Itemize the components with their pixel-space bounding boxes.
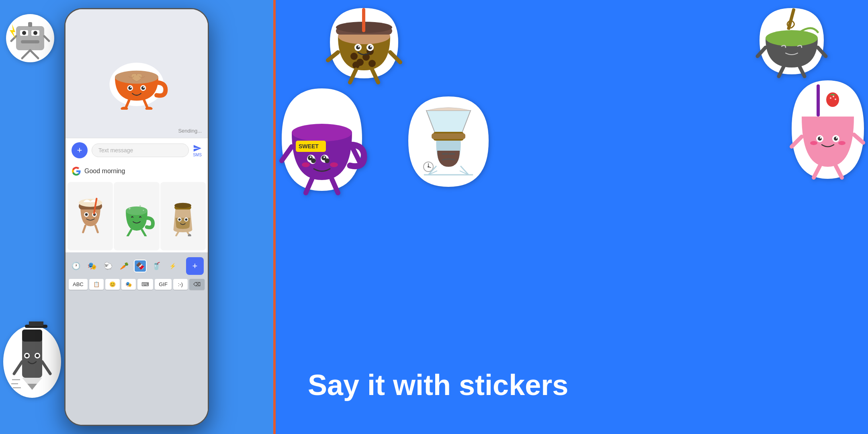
svg-point-98 (311, 158, 316, 163)
svg-point-20 (25, 354, 29, 357)
svg-point-85 (766, 30, 818, 46)
svg-point-132 (836, 137, 837, 139)
good-morning-bar: Good morning (66, 162, 208, 180)
kb-sticker-pack6-icon[interactable]: ⚡ (166, 260, 179, 272)
latte-sticker (100, 37, 173, 110)
left-panel: Sending... + Text message SMS (0, 0, 273, 434)
sticker-strawberry-frappe (788, 72, 868, 185)
svg-text:✦: ✦ (138, 204, 141, 208)
svg-line-62 (176, 231, 179, 235)
svg-point-102 (323, 156, 325, 158)
keyboard-area: 🕐 🎭 🐑 🥕 🍫 🥤 ⚡ + ABC 📋 (66, 252, 208, 425)
kb-sticker-pack1-icon[interactable]: 🎭 (86, 260, 98, 272)
svg-rect-74 (362, 8, 365, 32)
sticker-frappe[interactable] (68, 182, 113, 250)
svg-point-130 (834, 137, 838, 141)
kb-sticker-pack5-icon[interactable]: 🥤 (150, 260, 163, 272)
decorative-sticker-robot (4, 12, 56, 64)
svg-text:SWEET: SWEET (299, 143, 319, 149)
kb-emoji-key[interactable]: 😊 (105, 279, 120, 290)
svg-point-80 (370, 46, 372, 47)
svg-text:✦: ✦ (127, 206, 131, 211)
svg-rect-15 (22, 330, 42, 342)
svg-rect-1 (16, 26, 44, 50)
svg-rect-110 (432, 133, 465, 139)
sticker-preview-area: Sending... (66, 9, 208, 138)
svg-point-100 (325, 158, 330, 163)
svg-point-78 (368, 45, 372, 49)
kb-emoticon-key[interactable]: :-) (173, 279, 188, 290)
svg-line-55 (142, 230, 145, 236)
svg-point-33 (128, 86, 132, 90)
right-panel: SWEET (276, 0, 868, 434)
sticker-matcha-bowl (755, 0, 828, 80)
svg-rect-7 (28, 22, 32, 27)
svg-point-91 (292, 124, 352, 141)
svg-point-133 (810, 141, 817, 145)
message-input[interactable]: Text message (92, 143, 189, 157)
svg-rect-6 (21, 40, 39, 43)
svg-line-47 (83, 225, 85, 232)
sticker-bubble-tea (324, 0, 404, 84)
keyboard-toolbar: 🕐 🎭 🐑 🥕 🍫 🥤 ⚡ + (69, 256, 205, 276)
kb-clock-icon[interactable]: 🕐 (70, 260, 82, 272)
svg-point-45 (85, 213, 88, 216)
kb-sticker-selected-icon[interactable]: 🍫 (134, 260, 147, 272)
kb-sticker-key[interactable]: 🎭 (121, 279, 136, 290)
svg-point-79 (358, 46, 360, 47)
kb-add-sticker-button[interactable]: + (186, 257, 204, 275)
sticker-green-tea[interactable]: ✦ ✦ ✦ (114, 182, 159, 250)
svg-point-60 (178, 218, 181, 221)
phone-screen: Sending... + Text message SMS (66, 9, 208, 425)
svg-rect-126 (817, 84, 820, 117)
svg-point-101 (310, 156, 311, 158)
sticker-sweet-mug: SWEET (276, 80, 368, 197)
kb-delete-key[interactable]: ⌫ (189, 279, 205, 290)
kb-abc-key[interactable]: ABC (69, 279, 88, 290)
keyboard-bottom-row: ABC 📋 😊 🎭 ⌨ GIF :-) ⌫ (69, 279, 205, 290)
svg-point-68 (350, 53, 358, 60)
kb-keyboard-key[interactable]: ⌨ (137, 279, 153, 290)
svg-point-3 (22, 31, 26, 35)
kb-sticker-pack3-icon[interactable]: 🥕 (118, 260, 131, 272)
svg-point-77 (356, 45, 360, 49)
sending-label: Sending... (178, 128, 202, 134)
tagline: Say it with stickers (308, 368, 589, 402)
sms-label: SMS (193, 153, 202, 157)
svg-line-48 (95, 225, 98, 232)
svg-point-125 (835, 98, 836, 100)
kb-clipboard-key[interactable]: 📋 (89, 279, 104, 290)
sticker-results: ✦ ✦ ✦ (66, 180, 208, 252)
good-morning-text: Good morning (84, 168, 125, 175)
svg-text:✦: ✦ (142, 209, 144, 212)
sticker-togo-cup[interactable] (160, 182, 206, 250)
svg-point-71 (368, 60, 376, 67)
svg-point-134 (838, 141, 845, 145)
svg-line-54 (127, 230, 131, 236)
message-input-bar: + Text message SMS (66, 138, 208, 162)
kb-sticker-pack2-icon[interactable]: 🐑 (102, 260, 115, 272)
google-g-icon (72, 166, 81, 176)
svg-point-123 (830, 97, 831, 99)
svg-point-61 (185, 218, 188, 221)
phone-body: Sending... + Text message SMS (64, 8, 209, 426)
svg-point-103 (302, 162, 310, 167)
svg-point-129 (818, 137, 822, 141)
svg-point-131 (820, 137, 821, 139)
kb-gif-key[interactable]: GIF (155, 279, 172, 290)
svg-point-35 (130, 86, 132, 88)
svg-point-34 (141, 86, 145, 90)
sticker-chemex (404, 88, 493, 193)
phone-mockup: Sending... + Text message SMS (52, 0, 221, 434)
svg-point-42 (78, 199, 102, 207)
send-button[interactable]: SMS (193, 144, 202, 157)
svg-point-104 (330, 162, 338, 167)
svg-point-124 (833, 96, 834, 97)
svg-point-57 (174, 203, 191, 208)
add-button[interactable]: + (72, 142, 88, 158)
svg-rect-23 (29, 321, 43, 326)
svg-point-21 (36, 354, 39, 357)
send-icon (193, 144, 202, 153)
svg-point-36 (143, 86, 145, 88)
svg-point-5 (33, 31, 37, 35)
